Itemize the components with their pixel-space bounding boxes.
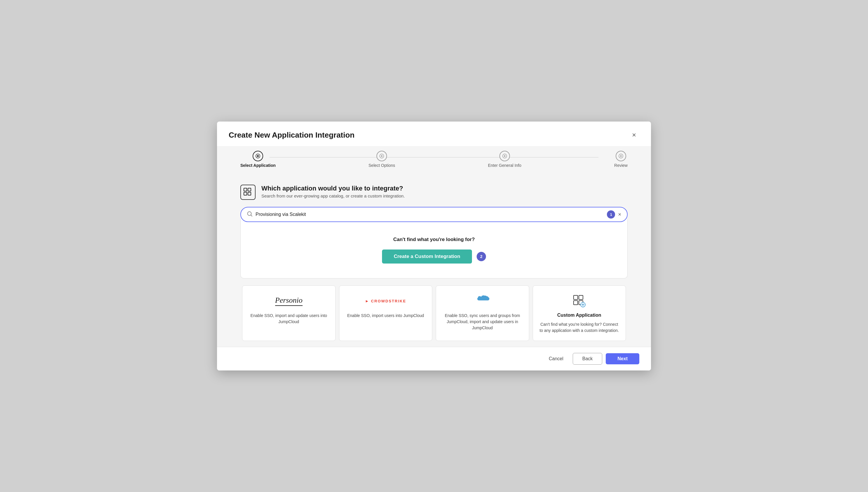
step-4: Review [614,151,628,168]
svg-rect-9 [248,188,251,191]
app-catalog-icon [240,184,256,200]
custom-integration-wrapper: Create a Custom Integration 2 [382,249,486,264]
step-1-circle [253,151,263,161]
step-4-circle [616,151,626,161]
svg-rect-8 [244,188,247,191]
app-card-salesforce[interactable]: Enable SSO, sync users and groups from J… [436,286,529,341]
personio-description: Enable SSO, import and update users into… [248,313,329,325]
question-text: Which application would you like to inte… [261,184,405,198]
back-button[interactable]: Back [573,353,603,365]
svg-point-7 [620,155,622,157]
search-container: 1 × Can't find what you're looking for? … [240,207,628,278]
svg-line-13 [251,215,252,216]
close-button[interactable]: × [629,130,639,140]
step-3-circle [500,151,510,161]
search-badge-1: 1 [607,211,615,219]
svg-point-1 [257,155,259,157]
custom-app-description: Can't find what you're looking for? Conn… [539,321,620,334]
svg-rect-16 [573,301,578,305]
custom-app-title: Custom Application [557,313,601,318]
question-header: Which application would you like to inte… [240,184,628,200]
app-cards-row: Personio Enable SSO, import and update u… [240,286,628,341]
question-title: Which application would you like to inte… [261,184,405,192]
cancel-button[interactable]: Cancel [543,353,569,364]
step-3: Enter General Info [488,151,521,168]
dropdown-badge-2: 2 [477,252,486,261]
crowdstrike-logo: ► CROWDSTRIKE [365,294,406,308]
custom-app-logo [573,294,586,308]
svg-point-5 [504,155,505,157]
svg-point-3 [381,155,383,157]
step-2-circle [377,151,387,161]
app-card-custom[interactable]: Custom Application Can't find what you'r… [533,286,626,341]
modal-header: Create New Application Integration × [217,122,651,146]
step-1-label: Select Application [240,163,276,168]
step-3-label: Enter General Info [488,163,521,168]
next-button[interactable]: Next [606,353,639,364]
modal: Create New Application Integration × Sel… [217,122,651,370]
app-card-crowdstrike[interactable]: ► CROWDSTRIKE Enable SSO, import users i… [339,286,433,341]
create-custom-integration-button[interactable]: Create a Custom Integration [382,249,472,264]
step-1: Select Application [240,151,276,168]
step-2: Select Options [368,151,395,168]
crowdstrike-description: Enable SSO, import users into JumpCloud [347,313,424,319]
stepper: Select Application Select Options Enter … [217,146,651,176]
modal-body: Which application would you like to inte… [217,176,651,347]
svg-rect-11 [248,192,251,195]
app-card-personio[interactable]: Personio Enable SSO, import and update u… [242,286,336,341]
personio-logo: Personio [275,294,303,308]
question-subtitle: Search from our ever-growing app catalog… [261,193,405,198]
step-2-label: Select Options [368,163,395,168]
salesforce-description: Enable SSO, sync users and groups from J… [442,313,523,331]
salesforce-logo [475,294,490,308]
modal-footer: Cancel Back Next [217,347,651,370]
svg-rect-15 [579,295,583,299]
clear-search-button[interactable]: × [618,212,621,218]
search-input[interactable] [256,212,605,217]
step-4-label: Review [614,163,628,168]
svg-rect-10 [244,192,247,195]
svg-rect-14 [573,295,578,299]
cant-find-text: Can't find what you're looking for? [393,237,475,243]
search-dropdown: Can't find what you're looking for? Crea… [240,219,628,278]
search-wrapper: 1 × [240,207,628,222]
search-icon [247,211,253,218]
modal-title: Create New Application Integration [229,130,355,140]
